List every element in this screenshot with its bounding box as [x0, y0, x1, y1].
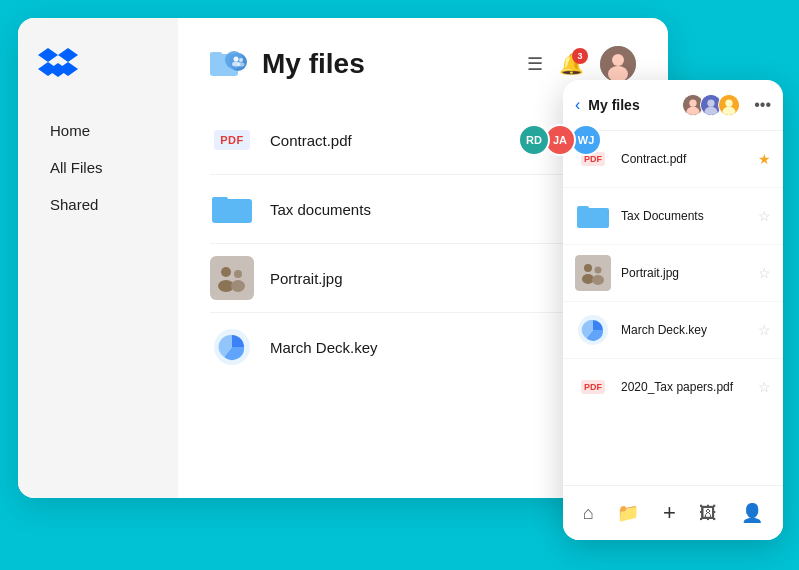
mobile-file-item[interactable]: Tax Documents ☆ [563, 188, 783, 245]
page-title: My files [262, 48, 365, 80]
keynote-icon [578, 315, 608, 345]
file-thumbnail [210, 187, 254, 231]
notification-button[interactable]: 🔔 3 [559, 52, 584, 76]
svg-point-6 [239, 58, 243, 62]
file-thumbnail [210, 256, 254, 300]
sidebar: Home All Files Shared [18, 18, 178, 498]
mobile-header: ‹ My files ••• [563, 80, 783, 131]
content-header: My files ☰ 🔔 3 [210, 46, 636, 82]
mobile-image-icon[interactable]: 🖼 [691, 499, 725, 528]
svg-point-9 [612, 54, 624, 66]
mobile-bottom-bar: ⌂ 📁 + 🖼 👤 [563, 485, 783, 540]
svg-rect-12 [212, 197, 228, 205]
mobile-star-button[interactable]: ☆ [758, 379, 771, 395]
mobile-add-icon[interactable]: + [655, 496, 684, 530]
mobile-back-button[interactable]: ‹ [575, 96, 580, 114]
mobile-file-list: PDF Contract.pdf ★ Tax Documents ☆ [563, 131, 783, 485]
sidebar-item-shared[interactable]: Shared [38, 188, 158, 221]
mobile-header-avatars [682, 94, 740, 116]
mobile-file-name: 2020_Tax papers.pdf [621, 380, 758, 394]
mobile-file-name: Portrait.jpg [621, 266, 758, 280]
mobile-file-thumbnail [575, 198, 611, 234]
mobile-file-item[interactable]: March Deck.key ☆ [563, 302, 783, 359]
mobile-file-name: Tax Documents [621, 209, 758, 223]
svg-point-33 [595, 267, 602, 274]
mobile-file-thumbnail [575, 255, 611, 291]
mobile-file-name: Contract.pdf [621, 152, 758, 166]
sidebar-logo [38, 46, 158, 82]
svg-point-17 [231, 280, 245, 292]
file-avatars: RD JA WJ [518, 124, 602, 156]
file-thumbnail: PDF [210, 118, 254, 162]
svg-rect-30 [575, 255, 611, 291]
dropbox-logo-icon [38, 46, 78, 78]
pdf-badge: PDF [214, 130, 250, 150]
content-title-row: My files [210, 48, 365, 80]
mobile-avatar [718, 94, 740, 116]
mobile-file-item[interactable]: Portrait.jpg ☆ [563, 245, 783, 302]
folder-icon [577, 203, 609, 229]
user-avatar[interactable] [600, 46, 636, 82]
mobile-star-button[interactable]: ☆ [758, 265, 771, 281]
mobile-file-thumbnail: PDF [575, 369, 611, 405]
svg-point-4 [234, 57, 239, 62]
mobile-title: My files [588, 97, 674, 113]
folder-group-icon [210, 48, 250, 80]
svg-point-20 [690, 100, 697, 107]
notification-badge: 3 [572, 48, 588, 64]
sidebar-item-all-files[interactable]: All Files [38, 151, 158, 184]
svg-point-23 [708, 100, 715, 107]
mobile-home-icon[interactable]: ⌂ [575, 499, 602, 528]
header-actions: ☰ 🔔 3 [527, 46, 636, 82]
mobile-file-name: March Deck.key [621, 323, 758, 337]
svg-point-16 [234, 270, 242, 278]
svg-point-34 [592, 275, 604, 285]
mobile-file-item[interactable]: PDF 2020_Tax papers.pdf ☆ [563, 359, 783, 415]
mobile-star-button[interactable]: ☆ [758, 322, 771, 338]
mobile-folder-icon[interactable]: 📁 [609, 498, 647, 528]
file-thumbnail [210, 325, 254, 369]
mobile-star-button[interactable]: ☆ [758, 208, 771, 224]
file-name: Contract.pdf [270, 132, 518, 149]
image-preview [210, 256, 254, 300]
keynote-icon [214, 329, 250, 365]
mobile-star-button[interactable]: ★ [758, 151, 771, 167]
svg-point-14 [221, 267, 231, 277]
mobile-file-thumbnail [575, 312, 611, 348]
sidebar-item-home[interactable]: Home [38, 114, 158, 147]
pdf-badge: PDF [581, 380, 605, 394]
folder-icon [212, 193, 252, 225]
hamburger-button[interactable]: ☰ [527, 53, 543, 75]
svg-rect-29 [577, 206, 589, 213]
mobile-person-icon[interactable]: 👤 [733, 498, 771, 528]
image-preview [575, 255, 611, 291]
svg-point-7 [238, 63, 245, 67]
shared-avatar: RD [518, 124, 550, 156]
svg-point-31 [584, 264, 592, 272]
more-button[interactable]: ••• [754, 96, 771, 114]
svg-rect-13 [210, 256, 254, 300]
svg-point-26 [726, 100, 733, 107]
sidebar-nav: Home All Files Shared [38, 114, 158, 221]
svg-rect-1 [210, 52, 222, 58]
